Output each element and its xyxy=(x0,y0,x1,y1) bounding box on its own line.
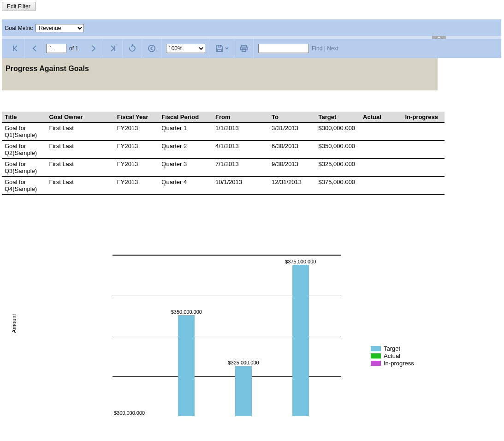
cell-fp: Quarter 2 xyxy=(159,141,213,159)
cell-inprog xyxy=(403,159,445,177)
bar-label: $350,000.000 xyxy=(171,309,202,315)
prev-page-icon[interactable] xyxy=(25,39,44,58)
table-row: Goal for Q3(Sample)First LastFY2013Quart… xyxy=(2,159,445,177)
cell-actual xyxy=(360,159,402,177)
cell-to: 9/30/2013 xyxy=(269,159,316,177)
table-row: Goal for Q1(Sample)First LastFY2013Quart… xyxy=(2,123,445,141)
header-owner: Goal Owner xyxy=(47,112,114,123)
cell-from: 1/1/2013 xyxy=(213,123,269,141)
swatch-target xyxy=(371,346,381,351)
find-group: Find | Next xyxy=(254,39,343,58)
cell-actual xyxy=(360,141,402,159)
swatch-inprogress xyxy=(371,361,381,366)
header-inprogress: In-progress xyxy=(403,112,445,123)
find-next-link[interactable]: Find | Next xyxy=(312,45,338,52)
goal-metric-select[interactable]: Revenue xyxy=(36,24,84,32)
zoom-group: 100% xyxy=(161,39,210,58)
cell-title: Goal for Q1(Sample) xyxy=(2,123,47,141)
cell-fp: Quarter 4 xyxy=(159,177,213,195)
swatch-actual xyxy=(371,353,381,358)
collapse-handle-icon[interactable] xyxy=(432,36,446,39)
bar-label: $300,000.000 xyxy=(114,410,145,416)
cell-target: $375,000.000 xyxy=(316,177,361,195)
save-icon[interactable] xyxy=(210,39,234,58)
header-fiscal-year: Fiscal Year xyxy=(114,112,159,123)
cell-target: $325,000.000 xyxy=(316,159,361,177)
chart-plot: $380,000.000$360,000.000$340,000.000$320… xyxy=(113,255,341,416)
cell-title: Goal for Q4(Sample) xyxy=(2,177,47,195)
bar-label: $375,000.000 xyxy=(285,259,316,264)
cell-actual xyxy=(360,123,402,141)
bar-target xyxy=(178,315,195,416)
legend-label-target: Target xyxy=(384,345,400,352)
first-page-icon[interactable] xyxy=(6,39,25,58)
cell-target: $350,000.000 xyxy=(316,141,361,159)
last-page-icon[interactable] xyxy=(103,39,123,58)
header-title: Title xyxy=(2,112,47,123)
refresh-icon[interactable] xyxy=(123,39,142,58)
back-icon[interactable] xyxy=(142,39,161,58)
parameter-separator xyxy=(2,36,501,39)
cell-from: 4/1/2013 xyxy=(213,141,269,159)
zoom-select[interactable]: 100% xyxy=(166,44,205,53)
cell-title: Goal for Q3(Sample) xyxy=(2,159,47,177)
cell-fy: FY2013 xyxy=(114,141,159,159)
table-row: Goal for Q4(Sample)First LastFY2013Quart… xyxy=(2,177,445,195)
report-toolbar: of 1 100% Find | Next xyxy=(2,39,501,58)
bar-label: $325,000.000 xyxy=(228,360,259,365)
cell-to: 6/30/2013 xyxy=(269,141,316,159)
filter-bar: Goal Metric Revenue xyxy=(2,19,501,36)
svg-rect-3 xyxy=(242,49,246,52)
cell-from: 7/1/2013 xyxy=(213,159,269,177)
svg-point-0 xyxy=(148,45,155,52)
cell-from: 10/1/2013 xyxy=(213,177,269,195)
chart-legend: Target Actual In-progress xyxy=(371,345,414,367)
svg-rect-2 xyxy=(241,47,247,50)
bar-target xyxy=(292,265,309,416)
next-page-icon[interactable] xyxy=(84,39,103,58)
cell-actual xyxy=(360,177,402,195)
goals-table: Title Goal Owner Fiscal Year Fiscal Peri… xyxy=(2,112,445,195)
bar-target xyxy=(235,366,252,416)
page-of-label: of 1 xyxy=(69,45,78,52)
cell-inprog xyxy=(403,123,445,141)
chart-area: Amount $380,000.000$360,000.000$340,000.… xyxy=(53,255,421,425)
report-title: Progress Against Goals xyxy=(6,65,434,73)
header-target: Target xyxy=(316,112,361,123)
find-input[interactable] xyxy=(258,44,309,53)
header-from: From xyxy=(213,112,269,123)
cell-fy: FY2013 xyxy=(114,159,159,177)
cell-title: Goal for Q2(Sample) xyxy=(2,141,47,159)
cell-to: 3/31/2013 xyxy=(269,123,316,141)
cell-inprog xyxy=(403,141,445,159)
goal-metric-label: Goal Metric xyxy=(5,25,33,31)
legend-inprogress: In-progress xyxy=(371,360,414,367)
cell-owner: First Last xyxy=(47,159,114,177)
table-row: Goal for Q2(Sample)First LastFY2013Quart… xyxy=(2,141,445,159)
cell-target: $300,000.000 xyxy=(316,123,361,141)
legend-target: Target xyxy=(371,345,414,352)
legend-label-actual: Actual xyxy=(384,352,400,359)
page-input[interactable] xyxy=(46,44,66,53)
cell-fp: Quarter 3 xyxy=(159,159,213,177)
page-group: of 1 xyxy=(44,39,84,58)
report-header: Progress Against Goals xyxy=(2,58,438,90)
cell-owner: First Last xyxy=(47,141,114,159)
legend-label-inprogress: In-progress xyxy=(384,360,414,367)
legend-actual: Actual xyxy=(371,352,414,359)
header-actual: Actual xyxy=(360,112,402,123)
cell-owner: First Last xyxy=(47,177,114,195)
cell-fp: Quarter 1 xyxy=(159,123,213,141)
edit-filter-button[interactable]: Edit Filter xyxy=(2,2,36,11)
cell-to: 12/31/2013 xyxy=(269,177,316,195)
print-icon[interactable] xyxy=(234,39,254,58)
gridline xyxy=(113,255,341,256)
cell-fy: FY2013 xyxy=(114,123,159,141)
cell-fy: FY2013 xyxy=(114,177,159,195)
y-axis-label: Amount xyxy=(11,314,18,333)
header-fiscal-period: Fiscal Period xyxy=(159,112,213,123)
cell-owner: First Last xyxy=(47,123,114,141)
header-to: To xyxy=(269,112,316,123)
cell-inprog xyxy=(403,177,445,195)
table-header-row: Title Goal Owner Fiscal Year Fiscal Peri… xyxy=(2,112,445,123)
